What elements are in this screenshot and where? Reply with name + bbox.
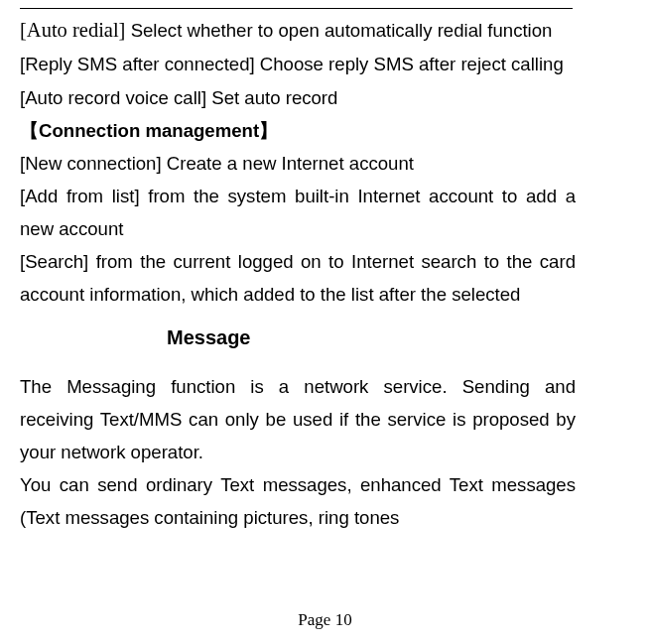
reply-sms-item: [Reply SMS after connected] Choose reply… (20, 48, 576, 80)
reply-sms-desc: Choose reply SMS after reject calling (260, 54, 564, 74)
new-connection-label: [New connection] (20, 153, 162, 174)
auto-redial-label: [Auto redial] (20, 19, 125, 41)
new-connection-item: [New connection] Create a new Internet a… (20, 147, 577, 180)
document-content: [Auto redial] Select whether to open aut… (20, 8, 577, 534)
top-divider (20, 8, 573, 9)
message-paragraph-2: You can send ordinary Text messages, enh… (20, 468, 576, 534)
auto-record-item: [Auto record voice call] Set auto record (20, 81, 577, 114)
new-connection-desc: Create a new Internet account (167, 153, 414, 174)
message-heading: Message (167, 321, 577, 356)
connection-management-heading: 【Connection management】 (20, 114, 577, 147)
search-desc: from the current logged on to Internet s… (20, 251, 576, 305)
auto-record-label: [Auto record voice call] (20, 87, 206, 108)
auto-record-desc: Set auto record (211, 87, 337, 108)
add-from-list-label: [Add from list] (20, 186, 140, 206)
auto-redial-desc: Select whether to open automatically red… (131, 20, 553, 41)
search-item: [Search] from the current logged on to I… (20, 245, 576, 311)
add-from-list-item: [Add from list] from the system built-in… (20, 180, 576, 245)
reply-sms-label: [Reply SMS after connected] (20, 54, 255, 74)
message-paragraph-1: The Messaging function is a network serv… (20, 370, 576, 468)
page-number: Page 10 (0, 610, 650, 630)
auto-redial-item: [Auto redial] Select whether to open aut… (20, 12, 576, 48)
search-label: [Search] (20, 251, 88, 272)
